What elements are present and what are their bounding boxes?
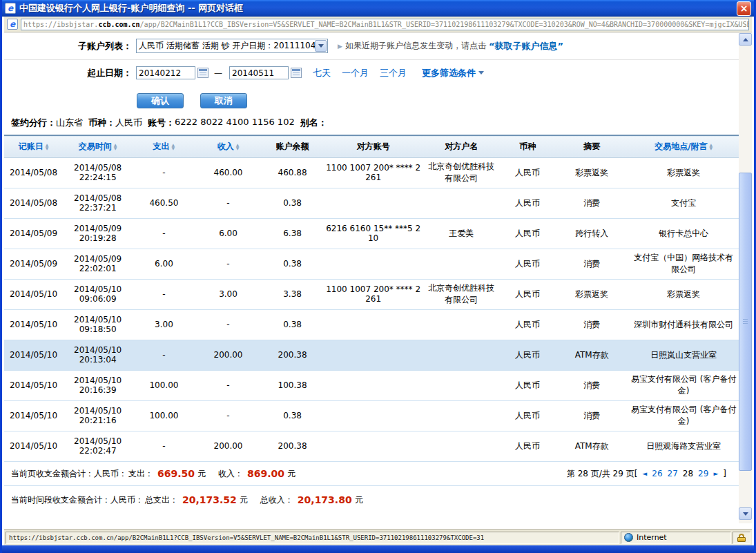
table-cell: 100.38 — [261, 370, 323, 400]
table-cell: - — [195, 188, 262, 218]
transaction-table-body: 2014/05/082014/05/08 22:24:15-460.00460.… — [4, 157, 739, 461]
notice-text: 如果近期子账户信息发生变动，请点击 — [345, 40, 486, 52]
sub-account-label: 子账户列表： — [4, 40, 132, 52]
table-cell: 2014/05/08 — [4, 188, 63, 218]
more-filters-link[interactable]: 更多筛选条件 — [422, 67, 484, 79]
table-cell: 2014/05/10 — [4, 279, 63, 309]
column-header[interactable]: 交易地点/附言▲▼ — [628, 135, 739, 157]
sort-icon[interactable]: ▲▼ — [172, 143, 175, 150]
action-buttons: 确认 取消 — [4, 93, 739, 108]
table-row[interactable]: 2014/05/092014/05/09 22:02:016.00-0.38人民… — [4, 249, 739, 279]
table-cell: 北京奇创优胜科技有限公司 — [423, 157, 500, 188]
table-cell — [423, 370, 500, 400]
confirm-button[interactable]: 确认 — [137, 93, 184, 108]
table-cell: 460.00 — [195, 157, 262, 188]
scrollbar-thumb[interactable] — [739, 173, 752, 471]
page-number-link[interactable]: 29 — [698, 469, 708, 478]
table-cell: 6.00 — [195, 218, 262, 249]
table-cell: 银行卡总中心 — [628, 218, 739, 249]
transaction-table: 记账日▲▼交易时间▲▼支出▲▼收入▲▼账户余额对方账号对方户名币种摘要交易地点/… — [4, 135, 739, 462]
sort-icon[interactable]: ▲▼ — [46, 143, 49, 150]
table-cell: 2014/05/09 22:02:01 — [63, 249, 133, 279]
page-number-link[interactable]: 26 — [652, 469, 662, 478]
table-cell: 2014/05/10 20:21:16 — [63, 400, 133, 431]
start-date-input[interactable] — [136, 66, 195, 79]
table-cell: 200.00 — [195, 431, 262, 461]
calendar-icon[interactable] — [291, 68, 302, 78]
table-cell: 彩票返奖 — [628, 157, 739, 188]
quick-range-link[interactable]: 一个月 — [342, 67, 369, 79]
triangle-bullet-icon: ▶ — [338, 43, 342, 50]
table-cell: 人民币 — [500, 188, 555, 218]
current-page-number: 28 — [683, 469, 693, 478]
column-header[interactable]: 收入▲▼ — [195, 135, 262, 157]
table-cell: 深圳市财付通科技有限公司 — [628, 309, 739, 340]
table-cell: 2014/05/09 — [4, 249, 63, 279]
sub-account-select[interactable]: 人民币 活期储蓄 活期 钞 开户日期：20111104 — [136, 39, 328, 53]
scroll-down-button[interactable] — [739, 507, 752, 520]
account-info-label: 别名： — [300, 117, 327, 129]
sort-icon[interactable]: ▲▼ — [114, 143, 117, 150]
sort-icon[interactable]: ▲▼ — [236, 143, 240, 150]
page-icon: e — [7, 19, 18, 30]
table-cell: 彩票返奖 — [555, 279, 628, 309]
table-cell: 2014/05/08 22:24:15 — [63, 157, 133, 188]
in-unit: 元 — [287, 468, 295, 480]
total-out-label: 总支出： — [145, 494, 178, 506]
table-row[interactable]: 2014/05/102014/05/10 09:06:09-3.003.3811… — [4, 279, 739, 309]
page-links: 26272829 — [652, 469, 708, 478]
account-info-value: 人民币 — [115, 117, 142, 129]
sub-account-row: 子账户列表： 人民币 活期储蓄 活期 钞 开户日期：20111104 ▶ 如果近… — [4, 32, 739, 53]
quick-range-link[interactable]: 三个月 — [380, 67, 407, 79]
page-number-link[interactable]: 27 — [668, 469, 678, 478]
table-cell — [324, 249, 423, 279]
select-dropdown-button[interactable] — [315, 40, 327, 52]
account-info-label: 签约分行： — [11, 117, 56, 129]
table-row[interactable]: 2014/05/102014/05/10 20:13:04-200.00200.… — [4, 340, 739, 370]
table-cell: - — [133, 340, 195, 370]
column-header: 对方户名 — [423, 135, 500, 157]
fetch-sub-account-link[interactable]: “获取子账户信息” — [489, 40, 563, 52]
table-row[interactable]: 2014/05/082014/05/08 22:37:21460.50-0.38… — [4, 188, 739, 218]
sort-icon[interactable]: ▲▼ — [710, 143, 713, 150]
total-in-amount: 20,173.80 — [298, 494, 352, 505]
account-info-label: 账号： — [148, 117, 175, 129]
table-cell: 2014/05/10 22:02:47 — [63, 431, 133, 461]
prev-page-icon[interactable]: ◄ — [642, 470, 647, 477]
calendar-icon[interactable] — [197, 68, 209, 78]
table-cell: 6.00 — [133, 249, 195, 279]
url-prefix: https://ibsbjstar. — [23, 21, 98, 28]
table-cell: 2014/05/09 20:19:28 — [63, 218, 133, 249]
table-row[interactable]: 2014/05/102014/05/10 20:21:16100.00-0.38… — [4, 400, 739, 431]
close-button[interactable]: × — [737, 1, 751, 16]
table-row[interactable]: 2014/05/102014/05/10 09:18:503.00-0.38人民… — [4, 309, 739, 340]
chevron-down-icon — [743, 512, 748, 516]
in-label: 收入： — [218, 468, 243, 480]
table-cell: 彩票返奖 — [628, 279, 739, 309]
scroll-up-button[interactable] — [739, 33, 752, 46]
web-dialog-window: e 中国建设银行个人网上银行-账户明细查询 -- 网页对话框 × e https… — [0, 0, 756, 553]
total-out-unit: 元 — [240, 494, 248, 506]
quick-range-link[interactable]: 七天 — [313, 67, 331, 79]
table-cell: 王爱美 — [423, 218, 500, 249]
end-date-input[interactable] — [229, 66, 289, 79]
table-cell: 支付宝（中国）网络技术有限公司 — [628, 249, 739, 279]
table-cell: 1100 1007 200* **** 2 261 — [324, 157, 423, 188]
table-cell — [423, 400, 500, 431]
table-cell: 460.50 — [133, 188, 195, 218]
account-info-row: 签约分行：山东省币种：人民币账号：6222 8022 4100 1156 102… — [4, 117, 739, 129]
titlebar[interactable]: e 中国建设银行个人网上银行-账户明细查询 -- 网页对话框 × — [2, 0, 754, 17]
table-row[interactable]: 2014/05/092014/05/09 20:19:28-6.006.3862… — [4, 218, 739, 249]
vertical-scrollbar[interactable] — [739, 33, 752, 523]
table-row[interactable]: 2014/05/102014/05/10 22:02:47-200.00200.… — [4, 431, 739, 461]
next-page-icon[interactable]: ► — [713, 470, 718, 477]
pagination-close-bracket: ] — [723, 469, 726, 478]
url-domain: ccb.com.cn — [98, 21, 139, 28]
table-row[interactable]: 2014/05/082014/05/08 22:24:15-460.00460.… — [4, 157, 739, 188]
table-row[interactable]: 2014/05/102014/05/10 20:16:39100.00-100.… — [4, 370, 739, 400]
date-dash: — — [214, 68, 222, 78]
column-header[interactable]: 支出▲▼ — [133, 135, 195, 157]
column-header[interactable]: 记账日▲▼ — [4, 135, 63, 157]
cancel-button[interactable]: 取消 — [200, 93, 247, 108]
column-header[interactable]: 交易时间▲▼ — [63, 135, 133, 157]
